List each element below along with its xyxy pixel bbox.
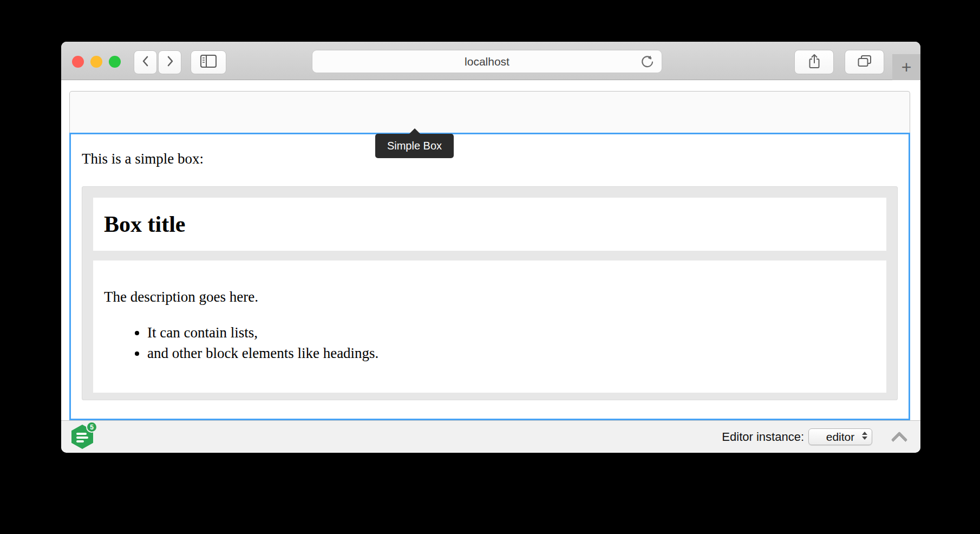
select-arrows-icon (862, 432, 867, 440)
browser-window: localhost (61, 42, 920, 453)
reload-icon[interactable] (640, 55, 655, 72)
simple-box-title-field[interactable]: Box title (93, 198, 886, 251)
editor-instance-select[interactable]: editor (808, 428, 872, 445)
tooltip-arrow (409, 128, 421, 134)
share-button[interactable] (794, 50, 834, 74)
list-item[interactable]: It can contain lists, (147, 322, 876, 343)
zoom-button[interactable] (109, 56, 121, 68)
back-button[interactable] (134, 50, 157, 74)
version-badge: 5 (86, 421, 97, 433)
chevron-up-icon (891, 431, 907, 448)
simple-box-tooltip: Simple Box (375, 134, 454, 158)
selected-instance-value: editor (826, 431, 855, 444)
description-paragraph[interactable]: The description goes here. (104, 288, 876, 306)
close-button[interactable] (72, 56, 84, 68)
sidebar-toggle-button[interactable] (191, 50, 226, 74)
intro-paragraph[interactable]: This is a simple box: (82, 149, 898, 168)
inspector-bar: 5 Editor instance: editor (61, 420, 920, 453)
minimize-button[interactable] (90, 56, 102, 68)
url-text: localhost (465, 55, 509, 68)
tooltip-text: Simple Box (375, 134, 454, 158)
new-tab-button[interactable]: + (892, 54, 920, 80)
editor-toolbar: Paragraph B I 1 2 Simp (69, 91, 910, 133)
tabs-icon (857, 54, 873, 70)
ckeditor-logo-icon[interactable]: 5 (71, 425, 93, 449)
simple-box-widget[interactable]: Box title The description goes here. It … (82, 186, 898, 400)
sidebar-icon (200, 54, 217, 70)
address-bar[interactable]: localhost (312, 50, 662, 73)
box-title-heading[interactable]: Box title (104, 213, 185, 236)
forward-button[interactable] (158, 50, 181, 74)
plus-icon: + (901, 57, 912, 77)
expand-inspector-button[interactable] (891, 431, 908, 445)
editor-instance-label: Editor instance: (700, 430, 804, 444)
chevron-right-icon (165, 54, 175, 70)
simple-box-description-field[interactable]: The description goes here. It can contai… (93, 261, 886, 393)
editor-editable-area[interactable]: This is a simple box: Box title The desc… (69, 133, 910, 420)
tab-overview-button[interactable] (845, 50, 884, 74)
chevron-left-icon (140, 54, 151, 70)
share-icon (807, 53, 821, 71)
description-list[interactable]: It can contain lists, and other block el… (104, 322, 876, 363)
list-item[interactable]: and other block elements like headings. (147, 343, 876, 363)
browser-toolbar: localhost (61, 42, 920, 80)
